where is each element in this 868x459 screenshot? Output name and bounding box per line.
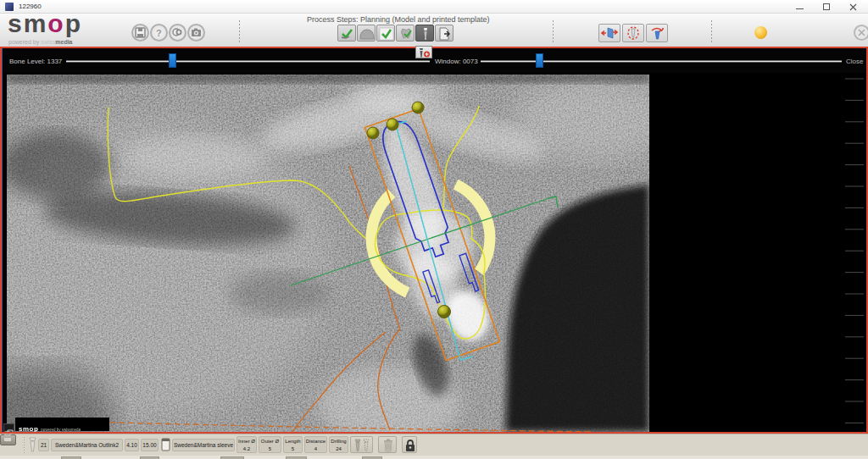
main-toolbar: smop powered by swissmedia ? Process Ste…	[0, 14, 868, 47]
lock-icon	[403, 438, 417, 453]
frame-border-inner	[2, 48, 3, 432]
tooth-position-cell[interactable]: 21	[38, 439, 49, 451]
inner-diameter-field: Inner Ø4.2	[236, 436, 257, 453]
window-label: Window: 0073	[435, 58, 478, 65]
outer-diameter-field: Outer Ø5	[259, 436, 281, 453]
attach-plus-icon	[171, 26, 184, 39]
reference-marker[interactable]	[412, 102, 424, 113]
delete-implant-button[interactable]	[378, 436, 397, 453]
window-slider-handle[interactable]	[536, 53, 543, 68]
frame-border	[0, 47, 868, 48]
close-button[interactable]	[845, 3, 862, 12]
drilling-field: Drilling24	[329, 436, 348, 453]
sleeve-item-icon	[160, 437, 171, 452]
duplicate-implant-icon	[352, 438, 372, 453]
toolbar-separator	[711, 20, 712, 42]
bone-level-slider-handle[interactable]	[169, 53, 176, 68]
hidden-panel-row	[0, 456, 868, 459]
implant-rotate-button[interactable]	[622, 24, 644, 42]
flip-view-button[interactable]	[598, 24, 620, 42]
maximize-icon	[823, 3, 830, 10]
approve-check-icon	[378, 26, 395, 41]
close-sliders-button[interactable]: Close	[846, 58, 863, 65]
implant-status-bar: 21 Sweden&Martina Outlink2 4.10 15.00 Sw…	[0, 434, 868, 456]
implant-name-cell[interactable]: Sweden&Martina Outlink2	[51, 439, 123, 451]
tooth-check-icon	[398, 26, 415, 41]
model-icon	[359, 26, 376, 41]
trash-icon	[380, 438, 397, 453]
implant-add-icon	[416, 47, 431, 58]
toolbar-separator	[239, 20, 240, 42]
implant-item-icon	[27, 437, 38, 453]
reference-marker[interactable]	[387, 119, 398, 130]
distance-field: Distance4	[304, 436, 327, 453]
frame-border	[0, 432, 868, 434]
camera-icon	[190, 26, 203, 39]
step-export-button[interactable]	[435, 25, 453, 41]
depth-ruler	[845, 79, 864, 423]
x-icon	[855, 26, 868, 39]
bone-level-label: Bone Level: 1337	[9, 58, 62, 65]
minimize-icon	[796, 8, 804, 9]
length-field: Length5	[283, 436, 303, 453]
step-model-button[interactable]	[357, 25, 376, 41]
dismiss-circle-button[interactable]	[854, 25, 868, 41]
help-icon: ?	[153, 26, 165, 39]
viewport-watermark: smoppowered by swissmeda	[15, 418, 109, 431]
sleeve-name-cell[interactable]: Sweden&Martina sleeve	[172, 439, 235, 451]
plan-check-icon	[339, 26, 356, 41]
process-steps-label: Process Steps: Planning (Model and print…	[307, 15, 490, 24]
flip-view-icon	[600, 25, 619, 41]
maximize-button[interactable]	[819, 3, 836, 12]
viewport-expand-icon[interactable]	[3, 423, 14, 432]
attach-plus-button[interactable]	[169, 24, 186, 41]
slider-bar: Bone Level: 1337 Window: 0073 Close	[3, 48, 866, 73]
step-tooth-check-button[interactable]	[396, 25, 415, 41]
implant-rotate-icon	[624, 25, 643, 41]
implant-tilt-button[interactable]	[646, 24, 668, 42]
lock-implant-button[interactable]	[402, 436, 417, 453]
viewport-area: Bone Level: 1337 Window: 0073 Close	[0, 47, 868, 434]
minimize-button[interactable]	[792, 3, 809, 12]
export-icon	[437, 26, 453, 41]
implant-tilt-icon	[648, 25, 666, 41]
window-titlebar: 122960	[0, 0, 868, 14]
collapse-icon	[4, 438, 11, 441]
step-implant-button[interactable]	[415, 25, 434, 41]
bone-level-slider[interactable]	[66, 60, 430, 63]
ct-scan-view[interactable]	[0, 73, 868, 433]
help-button[interactable]: ?	[150, 24, 168, 41]
status-ball-indicator	[754, 26, 767, 39]
smop-logo: smop	[8, 9, 82, 38]
reference-marker[interactable]	[438, 306, 451, 318]
application-window: 122960 smop powered by swissmedia ? Proc…	[0, 0, 868, 459]
save-button[interactable]	[131, 24, 149, 41]
ct-image	[0, 73, 674, 433]
save-icon	[134, 26, 147, 39]
statusbar-separator	[24, 437, 25, 453]
brand-tagline: powered by swissmedia	[8, 39, 73, 45]
close-icon	[849, 3, 858, 12]
window-slider[interactable]	[481, 60, 842, 63]
camera-button[interactable]	[187, 24, 205, 41]
toolbar-separator	[553, 20, 554, 42]
implant-length-cell[interactable]: 15.00	[141, 439, 159, 451]
implant-diameter-cell[interactable]: 4.10	[125, 439, 139, 451]
step-approve-check-button[interactable]	[376, 25, 395, 41]
implant-icon	[417, 26, 434, 41]
implant-popup-button[interactable]	[415, 46, 432, 58]
step-plan-check-button[interactable]	[337, 25, 356, 41]
reference-marker[interactable]	[367, 127, 379, 139]
duplicate-implant-button[interactable]	[350, 436, 373, 453]
svg-text:?: ?	[156, 28, 162, 38]
